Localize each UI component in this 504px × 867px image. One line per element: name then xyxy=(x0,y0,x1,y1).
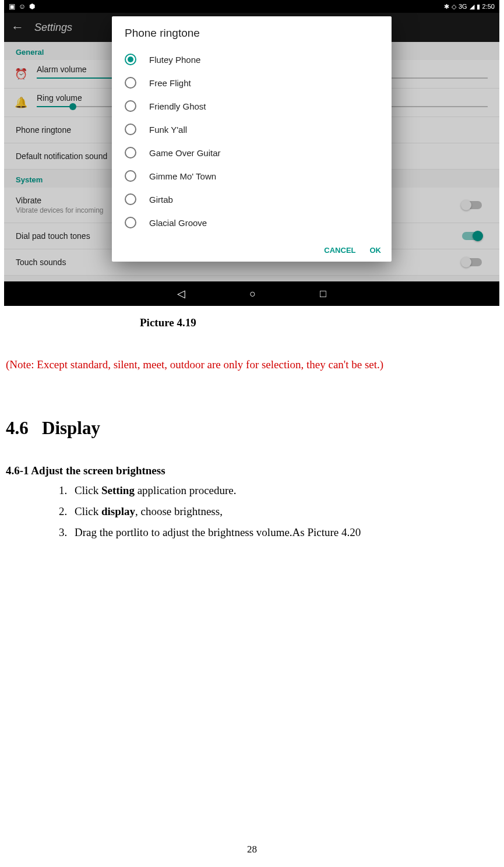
ringtone-option-label: Game Over Guitar xyxy=(149,148,221,158)
step-item: Drag the portlito to adjust the brightne… xyxy=(70,526,495,539)
clock-label: 2:50 xyxy=(482,3,495,10)
navigation-bar: ◁ ○ □ xyxy=(4,281,499,306)
ringtone-option[interactable]: Funk Y'all xyxy=(118,118,386,141)
ringtone-option-label: Girtab xyxy=(149,195,173,205)
bluetooth-icon: ✱ xyxy=(444,3,449,10)
cancel-button[interactable]: CANCEL xyxy=(324,246,355,255)
radio-icon xyxy=(125,54,136,65)
nav-home-icon[interactable]: ○ xyxy=(249,288,256,300)
signal-icon: ◢ xyxy=(470,3,474,10)
ringtone-option[interactable]: Glacial Groove xyxy=(118,211,386,234)
ringtone-option-label: Gimme Mo' Town xyxy=(149,171,216,181)
app-icon: ⬢ xyxy=(29,2,35,10)
nav-recent-icon[interactable]: □ xyxy=(320,288,326,300)
radio-icon xyxy=(125,193,136,205)
ringtone-option[interactable]: Friendly Ghost xyxy=(118,94,386,118)
dial-pad-label: Dial pad touch tones xyxy=(16,231,90,241)
section-heading: 4.6 Display xyxy=(6,418,495,439)
bell-icon: 🔔 xyxy=(15,96,27,109)
step-item: Click display, choose brightness, xyxy=(70,505,495,518)
ringtone-option[interactable]: Gimme Mo' Town xyxy=(118,164,386,188)
ringtone-option-label: Friendly Ghost xyxy=(149,101,206,111)
ringtone-option[interactable]: Girtab xyxy=(118,188,386,211)
gallery-icon: ▣ xyxy=(9,2,15,10)
ringtone-option-label: Free Flight xyxy=(149,78,191,88)
phone-ringtone-label: Phone ringtone xyxy=(16,125,71,135)
subsection-heading: 4.6-1 Adjust the screen brightness xyxy=(6,464,495,477)
vibrate-toggle[interactable] xyxy=(462,201,482,209)
android-screenshot: ▣ ☺ ⬢ ✱ ◇ 3G ◢ ▮ 2:50 ← Settings General… xyxy=(4,0,499,306)
section-number: 4.6 xyxy=(6,418,29,438)
ringtone-dialog: Phone ringtone Flutey PhoneFree FlightFr… xyxy=(112,16,392,262)
chat-icon: ☺ xyxy=(19,2,26,10)
radio-icon xyxy=(125,147,136,158)
dial-pad-toggle[interactable] xyxy=(462,232,482,240)
alarm-icon: ⏰ xyxy=(15,68,27,80)
ringtone-option-label: Funk Y'all xyxy=(149,125,187,135)
ringtone-option-label: Flutey Phone xyxy=(149,55,200,65)
ringtone-option[interactable]: Free Flight xyxy=(118,71,386,94)
battery-icon: ▮ xyxy=(477,3,480,10)
header-title: Settings xyxy=(34,22,72,34)
touch-sounds-toggle[interactable] xyxy=(462,258,482,266)
document-body: Picture 4.19 (Note: Except standard, sil… xyxy=(0,316,504,539)
back-arrow-icon[interactable]: ← xyxy=(11,20,24,35)
ok-button[interactable]: OK xyxy=(370,246,382,255)
default-notification-label: Default notification sound xyxy=(16,151,107,161)
touch-sounds-label: Touch sounds xyxy=(16,258,66,267)
ringtone-option[interactable]: Game Over Guitar xyxy=(118,141,386,164)
ringtone-option-label: Glacial Groove xyxy=(149,218,207,228)
status-bar: ▣ ☺ ⬢ ✱ ◇ 3G ◢ ▮ 2:50 xyxy=(4,0,499,13)
figure-caption: Picture 4.19 xyxy=(140,316,495,329)
radio-icon xyxy=(125,124,136,135)
note-text: (Note: Except standard, silent, meet, ou… xyxy=(6,358,495,371)
wifi-icon: ◇ xyxy=(452,3,456,10)
radio-icon xyxy=(125,217,136,228)
dialog-title: Phone ringtone xyxy=(112,16,392,48)
step-item: Click Setting application procedure. xyxy=(70,484,495,497)
ringtone-list: Flutey PhoneFree FlightFriendly GhostFun… xyxy=(112,48,392,234)
page-number: 28 xyxy=(247,844,257,855)
steps-list: Click Setting application procedure.Clic… xyxy=(70,484,495,539)
nav-back-icon[interactable]: ◁ xyxy=(177,287,185,300)
ringtone-option[interactable]: Flutey Phone xyxy=(118,48,386,71)
radio-icon xyxy=(125,100,136,112)
radio-icon xyxy=(125,170,136,182)
radio-icon xyxy=(125,77,136,89)
network-label: 3G xyxy=(459,3,467,10)
section-title: Display xyxy=(42,418,100,438)
